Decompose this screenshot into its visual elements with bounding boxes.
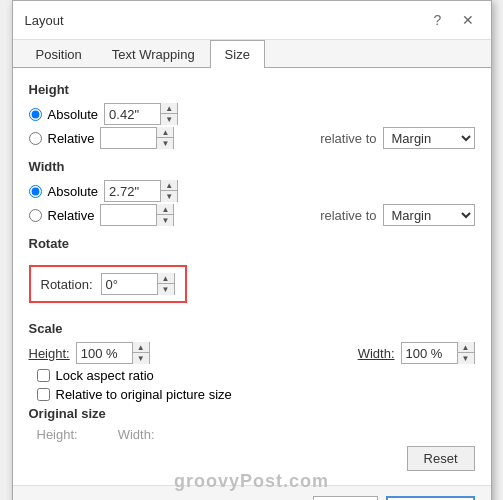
scale-width-input-spin: ▲ ▼ (401, 342, 475, 364)
height-section-label: Height (29, 82, 475, 97)
height-absolute-spin-btns: ▲ ▼ (160, 103, 177, 125)
rotate-section-label: Rotate (29, 236, 475, 251)
lock-aspect-ratio-label: Lock aspect ratio (56, 368, 154, 383)
scale-width-label: Width: (358, 346, 395, 361)
lock-aspect-ratio-row: Lock aspect ratio (37, 368, 475, 383)
height-relative-input[interactable] (101, 128, 156, 148)
height-relative-row: Relative ▲ ▼ relative to Margin Page Top… (29, 127, 475, 149)
height-absolute-spin-down[interactable]: ▼ (161, 114, 177, 125)
dialog-content: Height Absolute ▲ ▼ Relative (13, 68, 491, 485)
relative-to-original-label: Relative to original picture size (56, 387, 232, 402)
width-relative-label: Relative (48, 208, 95, 223)
title-bar-controls: ? ✕ (427, 9, 479, 31)
width-relative-spin-btns: ▲ ▼ (156, 204, 173, 226)
height-absolute-input[interactable] (105, 104, 160, 124)
height-relative-spin-btns: ▲ ▼ (156, 127, 173, 149)
rotate-section-box: Rotation: ▲ ▼ (29, 265, 187, 303)
scale-width-spin-up[interactable]: ▲ (458, 342, 474, 353)
width-absolute-spin-down[interactable]: ▼ (161, 191, 177, 202)
height-relative-spin-up[interactable]: ▲ (157, 127, 173, 138)
scale-height-item: Height: ▲ ▼ (29, 342, 150, 364)
width-margin-select-box: Margin Page Left Margin Right Margin (383, 204, 475, 226)
height-relative-label: Relative (48, 131, 95, 146)
tab-text-wrapping[interactable]: Text Wrapping (97, 40, 210, 68)
scale-width-spin-down[interactable]: ▼ (458, 353, 474, 364)
rotation-spin-btns: ▲ ▼ (157, 273, 174, 295)
tab-size[interactable]: Size (210, 40, 265, 68)
width-relative-input-spin: ▲ ▼ (100, 204, 174, 226)
tab-bar: Position Text Wrapping Size (13, 40, 491, 68)
scale-width-input[interactable] (402, 343, 457, 363)
height-relative-right: relative to Margin Page Top Margin Botto… (320, 127, 474, 149)
width-relative-row: Relative ▲ ▼ relative to Margin Page Lef… (29, 204, 475, 226)
width-relative-spin-down[interactable]: ▼ (157, 215, 173, 226)
height-relative-group: Relative ▲ ▼ (29, 127, 175, 149)
width-relative-group: Relative ▲ ▼ (29, 204, 175, 226)
scale-height-input[interactable] (77, 343, 132, 363)
dialog-title: Layout (25, 13, 64, 28)
width-absolute-row: Absolute ▲ ▼ (29, 180, 475, 202)
rotation-input-spin: ▲ ▼ (101, 273, 175, 295)
scale-width-spin-btns: ▲ ▼ (457, 342, 474, 364)
cancel-button[interactable]: Cancel (386, 496, 474, 500)
reset-btn-row: Reset (29, 446, 475, 471)
width-absolute-input-spin: ▲ ▼ (104, 180, 178, 202)
height-relative-to-label: relative to (320, 131, 376, 146)
original-height-label: Height: (37, 427, 78, 442)
title-bar: Layout ? ✕ (13, 1, 491, 40)
scale-height-spin-down[interactable]: ▼ (133, 353, 149, 364)
scale-height-spin-btns: ▲ ▼ (132, 342, 149, 364)
width-absolute-group: Absolute ▲ ▼ (29, 180, 179, 202)
original-width-label: Width: (118, 427, 155, 442)
width-relative-right: relative to Margin Page Left Margin Righ… (320, 204, 474, 226)
scale-height-spin-up[interactable]: ▲ (133, 342, 149, 353)
reset-button[interactable]: Reset (407, 446, 475, 471)
rotation-input[interactable] (102, 274, 157, 294)
layout-dialog: Layout ? ✕ Position Text Wrapping Size H… (12, 0, 492, 500)
height-relative-input-spin: ▲ ▼ (100, 127, 174, 149)
original-size-section-label: Original size (29, 406, 475, 421)
original-size-row: Height: Width: (37, 427, 475, 442)
height-margin-select[interactable]: Margin Page Top Margin Bottom Margin (384, 128, 474, 148)
height-absolute-row: Absolute ▲ ▼ (29, 103, 475, 125)
scale-section-label: Scale (29, 321, 475, 336)
width-absolute-spin-up[interactable]: ▲ (161, 180, 177, 191)
lock-aspect-ratio-checkbox[interactable] (37, 369, 50, 382)
height-absolute-spin-up[interactable]: ▲ (161, 103, 177, 114)
width-relative-radio[interactable] (29, 209, 42, 222)
scale-row: Height: ▲ ▼ Width: ▲ ▼ (29, 342, 475, 364)
height-absolute-group: Absolute ▲ ▼ (29, 103, 179, 125)
width-absolute-input[interactable] (105, 181, 160, 201)
relative-to-original-checkbox[interactable] (37, 388, 50, 401)
rotation-label: Rotation: (41, 277, 93, 292)
rotation-spin-down[interactable]: ▼ (158, 284, 174, 295)
height-absolute-radio[interactable] (29, 108, 42, 121)
height-relative-radio[interactable] (29, 132, 42, 145)
width-section-label: Width (29, 159, 475, 174)
height-absolute-input-spin: ▲ ▼ (104, 103, 178, 125)
width-absolute-spin-btns: ▲ ▼ (160, 180, 177, 202)
height-absolute-label: Absolute (48, 107, 99, 122)
help-button[interactable]: ? (427, 9, 449, 31)
rotation-spin-up[interactable]: ▲ (158, 273, 174, 284)
scale-height-input-spin: ▲ ▼ (76, 342, 150, 364)
relative-to-original-row: Relative to original picture size (37, 387, 475, 402)
width-relative-input[interactable] (101, 205, 156, 225)
scale-height-label: Height: (29, 346, 70, 361)
close-button[interactable]: ✕ (457, 9, 479, 31)
ok-button[interactable]: OK (313, 496, 378, 500)
width-margin-select[interactable]: Margin Page Left Margin Right Margin (384, 205, 474, 225)
tab-position[interactable]: Position (21, 40, 97, 68)
width-relative-spin-up[interactable]: ▲ (157, 204, 173, 215)
width-relative-to-label: relative to (320, 208, 376, 223)
height-margin-select-box: Margin Page Top Margin Bottom Margin (383, 127, 475, 149)
width-absolute-label: Absolute (48, 184, 99, 199)
dialog-footer: OK Cancel (13, 485, 491, 500)
height-relative-spin-down[interactable]: ▼ (157, 138, 173, 149)
scale-width-item: Width: ▲ ▼ (358, 342, 475, 364)
width-absolute-radio[interactable] (29, 185, 42, 198)
